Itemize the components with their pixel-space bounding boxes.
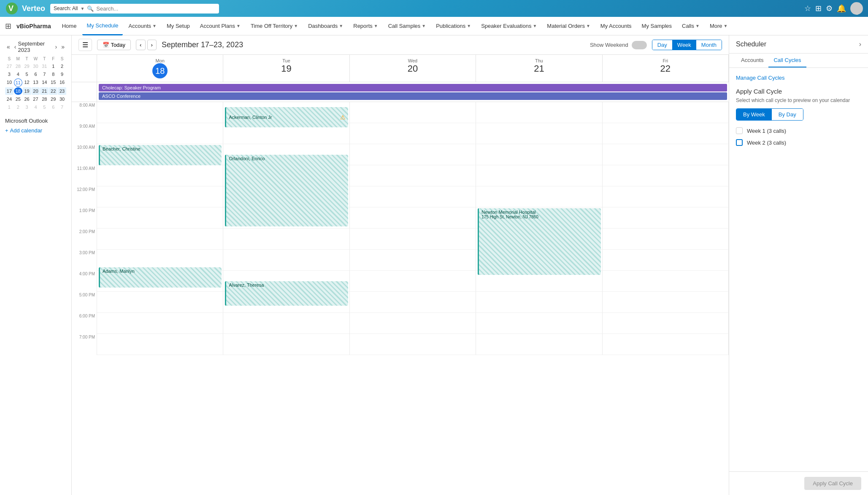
slot-wed-11[interactable] xyxy=(350,165,476,186)
event-ackerman[interactable]: Ackerman, Clinton Jr ⚠ xyxy=(225,107,348,127)
mini-day-19[interactable]: 19 xyxy=(23,87,31,95)
mini-day[interactable]: 24 xyxy=(5,95,14,103)
add-calendar-link[interactable]: + Add calendar xyxy=(5,127,66,134)
slot-fri-3[interactable] xyxy=(603,250,729,271)
slot-tue-3[interactable] xyxy=(223,250,349,271)
slot-thu-5[interactable] xyxy=(476,292,602,313)
settings-icon[interactable]: ⚙ xyxy=(826,4,833,13)
mini-day[interactable]: 30 xyxy=(32,62,40,70)
nav-accounts[interactable]: Accounts▼ xyxy=(124,17,161,35)
user-avatar[interactable] xyxy=(850,2,863,15)
slot-wed-3[interactable] xyxy=(350,250,476,271)
search-input[interactable] xyxy=(96,5,216,12)
slot-fri-5[interactable] xyxy=(603,292,729,313)
mini-day[interactable]: 1 xyxy=(5,103,14,111)
mini-day[interactable]: 29 xyxy=(23,62,31,70)
day-num-21[interactable]: 21 xyxy=(476,63,602,74)
nav-dashboards[interactable]: Dashboards▼ xyxy=(304,17,347,35)
event-beacher[interactable]: Beacher, Christine xyxy=(99,145,222,165)
slot-wed-4[interactable] xyxy=(350,271,476,292)
grid-icon[interactable]: ⊞ xyxy=(5,22,11,31)
next-btn[interactable]: › xyxy=(147,40,157,50)
nav-publications[interactable]: Publications▼ xyxy=(432,17,475,35)
day-view-btn[interactable]: Day xyxy=(652,40,672,50)
mini-day-20[interactable]: 20 xyxy=(32,87,40,95)
mini-day[interactable]: 8 xyxy=(49,70,57,78)
mini-day-22[interactable]: 22 xyxy=(49,87,57,95)
slot-fri-9[interactable] xyxy=(603,123,729,144)
event-newton[interactable]: Newton Memorial Hospital 175 High St, Ne… xyxy=(478,208,600,275)
mini-day-17[interactable]: 17 xyxy=(5,87,14,95)
mini-day[interactable]: 31 xyxy=(40,62,49,70)
mini-day[interactable]: 28 xyxy=(14,62,22,70)
mini-day[interactable]: 4 xyxy=(14,70,22,78)
expand-icon[interactable]: › xyxy=(859,40,861,48)
slot-tue-2[interactable] xyxy=(223,229,349,250)
slot-mon-7[interactable] xyxy=(97,334,223,355)
grid-icon[interactable]: ⊞ xyxy=(815,4,822,13)
mini-day[interactable]: 26 xyxy=(23,95,31,103)
nav-account-plans[interactable]: Account Plans▼ xyxy=(196,17,245,35)
mini-day[interactable]: 12 xyxy=(23,78,31,87)
slot-wed-8[interactable] xyxy=(350,102,476,123)
menu-button[interactable]: ☰ xyxy=(78,39,92,51)
mini-day[interactable]: 27 xyxy=(5,62,14,70)
cycle-week1-checkbox[interactable] xyxy=(736,127,743,134)
bell-icon[interactable]: 🔔 xyxy=(837,4,846,13)
mini-day[interactable]: 3 xyxy=(5,70,14,78)
mini-cal-prev-month[interactable]: ‹ xyxy=(13,43,18,51)
apply-call-cycle-button[interactable]: Apply Call Cycle xyxy=(804,477,861,490)
mini-day[interactable]: 7 xyxy=(58,103,66,111)
mini-day-18-today[interactable]: 18 xyxy=(14,87,22,95)
mini-cal-prev-year[interactable]: « xyxy=(5,43,12,51)
month-view-btn[interactable]: Month xyxy=(696,40,722,50)
slot-tue-7[interactable] xyxy=(223,334,349,355)
slot-fri-11[interactable] xyxy=(603,165,729,186)
slot-thu-9[interactable] xyxy=(476,123,602,144)
mini-day[interactable]: 29 xyxy=(49,95,57,103)
slot-tue-6[interactable] xyxy=(223,313,349,334)
slot-mon-2[interactable] xyxy=(97,229,223,250)
mini-day[interactable]: 5 xyxy=(40,103,49,111)
mini-day[interactable]: 30 xyxy=(58,95,66,103)
nav-my-samples[interactable]: My Samples xyxy=(638,17,676,35)
nav-my-schedule[interactable]: My Schedule xyxy=(82,17,122,35)
slot-thu-10[interactable] xyxy=(476,144,602,165)
mini-day[interactable]: 27 xyxy=(32,95,40,103)
mini-day[interactable]: 2 xyxy=(14,103,22,111)
slot-fri-10[interactable] xyxy=(603,144,729,165)
nav-more[interactable]: More▼ xyxy=(706,17,732,35)
nav-call-samples[interactable]: Call Samples▼ xyxy=(384,17,430,35)
slot-fri-1[interactable] xyxy=(603,207,729,229)
slot-wed-9[interactable] xyxy=(350,123,476,144)
slot-wed-10[interactable] xyxy=(350,144,476,165)
slot-wed-5[interactable] xyxy=(350,292,476,313)
slot-mon-6[interactable] xyxy=(97,313,223,334)
all-day-event-asco[interactable]: ASCO Conference xyxy=(99,92,727,100)
mini-cal-next-month[interactable]: › xyxy=(54,43,59,51)
slot-mon-12[interactable] xyxy=(97,186,223,207)
mini-day[interactable]: 13 xyxy=(32,78,40,87)
slot-fri-8[interactable] xyxy=(603,102,729,123)
mini-day[interactable]: 16 xyxy=(58,78,66,87)
nav-my-setup[interactable]: My Setup xyxy=(162,17,194,35)
mini-day[interactable]: 14 xyxy=(40,78,49,87)
slot-wed-2[interactable] xyxy=(350,229,476,250)
mini-cal-next-year[interactable]: » xyxy=(59,43,66,51)
search-bar[interactable]: Search: All ▼ 🔍 xyxy=(50,4,219,13)
search-type[interactable]: Search: All xyxy=(54,5,78,11)
mini-day[interactable]: 25 xyxy=(14,95,22,103)
mini-day[interactable]: 2 xyxy=(58,62,66,70)
event-adams[interactable]: Adams, Marilyn xyxy=(99,267,222,288)
slot-wed-7[interactable] xyxy=(350,334,476,355)
day-num-18[interactable]: 18 xyxy=(152,63,168,78)
slot-wed-6[interactable] xyxy=(350,313,476,334)
nav-speaker-eval[interactable]: Speaker Evaluations▼ xyxy=(477,17,541,35)
tab-call-cycles[interactable]: Call Cycles xyxy=(768,54,806,67)
mini-day[interactable]: 1 xyxy=(49,62,57,70)
slot-fri-12[interactable] xyxy=(603,186,729,207)
event-orlandoni[interactable]: Orlandoni, Enrico xyxy=(225,155,348,226)
mini-day[interactable]: 15 xyxy=(49,78,57,87)
mini-day[interactable]: 6 xyxy=(49,103,57,111)
nav-calls[interactable]: Calls▼ xyxy=(678,17,704,35)
